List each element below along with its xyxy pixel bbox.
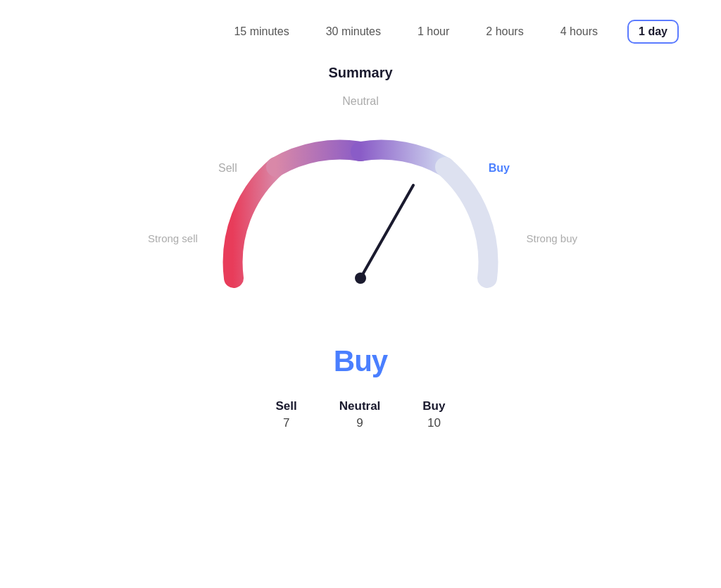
stat-sell-value: 7 [283,416,289,430]
strong-buy-label: Strong buy [526,232,577,244]
stat-neutral: Neutral 9 [339,399,381,430]
neutral-label: Neutral [342,95,379,108]
stat-neutral-label: Neutral [339,399,381,413]
svg-point-1 [355,273,366,284]
stat-buy-label: Buy [422,399,445,413]
summary-title: Summary [328,65,392,81]
gauge-container: Neutral Sell Buy Strong sell Strong buy [135,95,586,334]
stats-row: Sell 7 Neutral 9 Buy 10 [276,399,446,430]
strong-sell-label: Strong sell [148,232,198,244]
stat-neutral-value: 9 [356,416,363,430]
timeframe-30m[interactable]: 30 minutes [319,21,388,42]
stat-buy: Buy 10 [422,399,445,430]
stat-sell-label: Sell [276,399,297,413]
gauge-reading: Buy [334,344,387,378]
timeframe-1d[interactable]: 1 day [627,20,679,44]
svg-line-0 [360,185,413,278]
gauge-svg [213,116,508,313]
stat-buy-value: 10 [427,416,441,430]
timeframe-nav: 15 minutes 30 minutes 1 hour 2 hours 4 h… [0,0,721,58]
stat-sell: Sell 7 [276,399,297,430]
timeframe-2h[interactable]: 2 hours [479,21,530,42]
timeframe-15m[interactable]: 15 minutes [227,21,296,42]
timeframe-1h[interactable]: 1 hour [410,21,456,42]
summary-section: Summary Neutral Sell Buy Strong sell Str… [0,65,721,430]
timeframe-4h[interactable]: 4 hours [553,21,605,42]
